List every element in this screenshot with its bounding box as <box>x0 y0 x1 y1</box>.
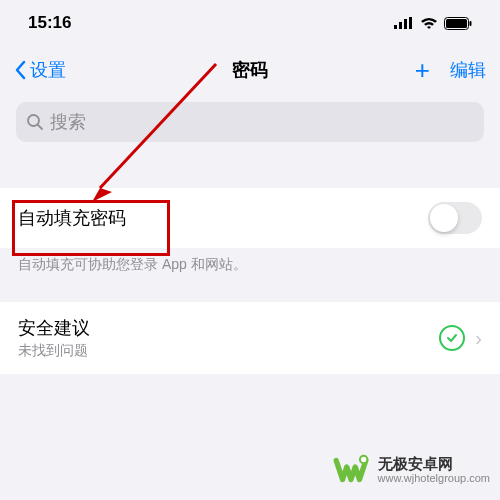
back-label: 设置 <box>30 58 66 82</box>
chevron-right-icon: › <box>475 327 482 350</box>
svg-point-11 <box>359 456 366 463</box>
page-title: 密码 <box>232 58 268 82</box>
back-button[interactable]: 设置 <box>14 58 66 82</box>
search-input[interactable] <box>50 112 474 133</box>
search-container <box>0 94 500 160</box>
checkmark-icon <box>439 325 465 351</box>
autofill-cell[interactable]: 自动填充密码 <box>0 188 500 248</box>
nav-bar: 设置 密码 + 编辑 <box>0 46 500 94</box>
svg-rect-2 <box>404 19 407 29</box>
svg-rect-3 <box>409 17 412 29</box>
wifi-icon <box>420 17 438 30</box>
search-icon <box>26 113 44 131</box>
signal-icon <box>394 17 414 29</box>
svg-rect-1 <box>399 22 402 29</box>
svg-line-8 <box>38 125 42 129</box>
watermark-title: 无极安卓网 <box>378 456 491 473</box>
svg-rect-0 <box>394 25 397 29</box>
security-cell[interactable]: 安全建议 未找到问题 › <box>0 302 500 374</box>
status-icons <box>394 17 472 30</box>
autofill-note: 自动填充可协助您登录 App 和网站。 <box>0 248 500 274</box>
edit-button[interactable]: 编辑 <box>450 58 486 82</box>
search-field[interactable] <box>16 102 484 142</box>
status-bar: 15:16 <box>0 0 500 46</box>
security-label: 安全建议 <box>18 316 90 340</box>
svg-point-7 <box>28 115 39 126</box>
security-right: › <box>439 325 482 351</box>
watermark-url: www.wjhotelgroup.com <box>378 472 491 484</box>
battery-icon <box>444 17 472 30</box>
watermark-logo-icon <box>332 450 372 490</box>
security-sub: 未找到问题 <box>18 342 90 360</box>
autofill-label: 自动填充密码 <box>18 206 126 230</box>
status-time: 15:16 <box>28 13 71 33</box>
security-group: 安全建议 未找到问题 › <box>0 302 500 374</box>
chevron-left-icon <box>14 60 26 80</box>
svg-rect-5 <box>446 19 467 28</box>
autofill-toggle[interactable] <box>428 202 482 234</box>
watermark: 无极安卓网 www.wjhotelgroup.com <box>332 450 491 490</box>
add-button[interactable]: + <box>415 57 430 83</box>
svg-rect-6 <box>470 21 472 26</box>
autofill-group: 自动填充密码 <box>0 188 500 248</box>
